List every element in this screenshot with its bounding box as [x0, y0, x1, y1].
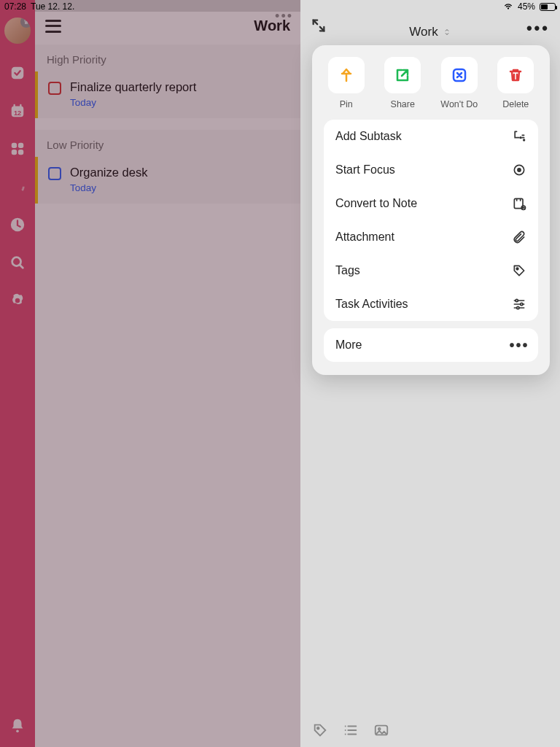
sidebar: ♛ 12: [0, 0, 35, 747]
svg-point-26: [317, 727, 319, 729]
sliders-icon: [512, 297, 526, 311]
task-activities-item[interactable]: Task Activities: [324, 287, 538, 321]
delete-button[interactable]: Delete: [490, 57, 541, 109]
svg-rect-7: [18, 143, 23, 148]
svg-rect-3: [14, 104, 15, 108]
calendar-icon[interactable]: 12: [9, 102, 26, 120]
svg-point-10: [12, 181, 24, 193]
attachment-item[interactable]: Attachment: [324, 220, 538, 254]
action-sheet: Pin Share Won't Do Delete Add Subtask St…: [312, 45, 550, 375]
section-label[interactable]: High Priority: [35, 44, 300, 71]
wifi-icon: [503, 1, 513, 13]
habit-icon[interactable]: [9, 216, 26, 233]
add-subtask-item[interactable]: Add Subtask: [324, 120, 538, 153]
task-list-panel: ••• Work High Priority Finalize quarterl…: [35, 12, 300, 747]
detail-list-selector[interactable]: Work: [409, 25, 451, 39]
task-date: Today: [70, 182, 147, 193]
wontdo-icon: [451, 66, 468, 84]
task-row[interactable]: Organize desk Today: [35, 157, 300, 204]
svg-point-22: [516, 268, 518, 270]
share-button[interactable]: Share: [377, 57, 428, 109]
svg-point-23: [516, 299, 518, 301]
svg-point-17: [524, 139, 525, 141]
svg-point-13: [15, 298, 20, 303]
detail-bottom-toolbar: [312, 722, 389, 741]
subtask-icon: [512, 129, 526, 144]
svg-point-14: [16, 729, 19, 732]
settings-icon[interactable]: [9, 292, 26, 309]
pin-button[interactable]: Pin: [321, 57, 372, 109]
more-item[interactable]: More •••: [324, 328, 538, 362]
start-focus-item[interactable]: Start Focus: [324, 153, 538, 187]
paperclip-icon: [512, 230, 526, 244]
trash-icon: [507, 66, 524, 84]
detail-overflow-icon[interactable]: •••: [526, 19, 550, 38]
pin-icon: [338, 66, 355, 84]
wontdo-button[interactable]: Won't Do: [434, 57, 485, 109]
premium-badge-icon: ♛: [20, 18, 31, 28]
svg-rect-9: [18, 150, 23, 155]
svg-point-0: [508, 7, 508, 8]
status-time: 07:28: [4, 1, 26, 12]
convert-note-item[interactable]: Convert to Note: [324, 187, 538, 220]
more-dots-icon: •••: [512, 338, 526, 352]
task-checkbox[interactable]: [48, 167, 61, 180]
notification-icon[interactable]: [9, 716, 26, 734]
avatar[interactable]: ♛: [4, 18, 31, 44]
svg-text:12: 12: [14, 109, 21, 117]
svg-point-24: [521, 303, 523, 305]
list-toolbar-icon[interactable]: [343, 722, 359, 741]
image-toolbar-icon[interactable]: [373, 722, 389, 741]
svg-point-16: [520, 137, 521, 139]
svg-point-28: [378, 728, 381, 730]
expand-icon[interactable]: [311, 18, 327, 34]
status-bar: 07:28 Tue 12. 12. 45%: [0, 0, 560, 13]
status-date: Tue 12. 12.: [31, 1, 74, 12]
note-icon: [512, 196, 526, 211]
focus-target-icon: [512, 163, 526, 177]
chevron-updown-icon: [443, 28, 451, 36]
inbox-icon[interactable]: [9, 64, 26, 82]
battery-icon: [540, 3, 556, 11]
task-title: Organize desk: [70, 166, 147, 179]
focus-icon[interactable]: [9, 178, 26, 196]
hamburger-icon[interactable]: [45, 20, 61, 33]
tag-toolbar-icon[interactable]: [312, 722, 328, 741]
task-title: Finalize quarterly report: [70, 80, 196, 94]
svg-point-19: [518, 169, 521, 171]
task-checkbox[interactable]: [48, 82, 61, 95]
task-row[interactable]: Finalize quarterly report Today: [35, 71, 300, 118]
matrix-icon[interactable]: [9, 140, 26, 158]
task-date: Today: [70, 97, 196, 108]
tag-icon: [512, 263, 526, 278]
search-icon[interactable]: [9, 254, 26, 271]
svg-rect-4: [20, 104, 21, 108]
svg-point-25: [517, 306, 519, 309]
battery-percent: 45%: [518, 1, 535, 12]
tags-item[interactable]: Tags: [324, 254, 538, 287]
share-icon: [394, 66, 411, 84]
section-label[interactable]: Low Priority: [35, 130, 300, 157]
svg-rect-6: [12, 143, 17, 148]
svg-rect-8: [12, 150, 17, 155]
